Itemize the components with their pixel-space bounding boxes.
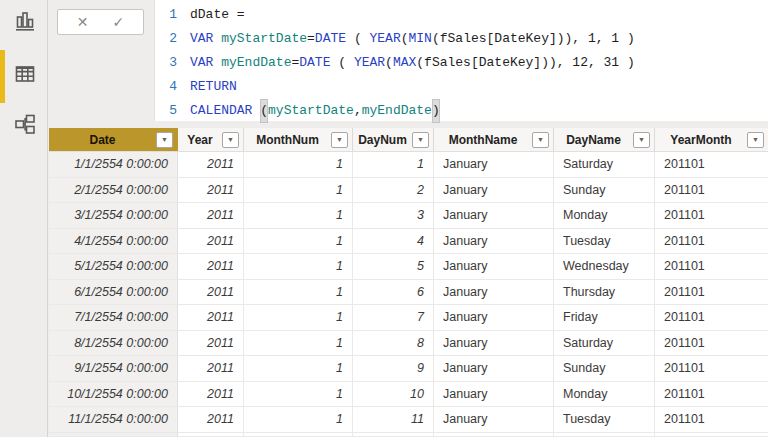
cell-year[interactable]: 2011	[178, 407, 244, 433]
cell-yearmonth[interactable]: 201101	[655, 382, 768, 408]
cell-date[interactable]: 3/1/2554 0:00:00	[49, 203, 178, 229]
cell-monthname[interactable]: January	[434, 254, 554, 280]
data-view-button[interactable]	[12, 62, 38, 88]
cell-daynum[interactable]: 10	[353, 382, 434, 408]
cell-daynum[interactable]: 7	[353, 305, 434, 331]
column-header-monthnum[interactable]: MonthNum▼	[244, 128, 353, 151]
cell-dayname[interactable]: Sunday	[554, 178, 655, 204]
cell-monthnum[interactable]: 1	[244, 407, 353, 433]
cell-dayname[interactable]: Saturday	[554, 152, 655, 178]
cell-yearmonth[interactable]	[655, 433, 768, 437]
column-filter-dropdown-icon[interactable]: ▼	[412, 132, 429, 148]
cell-yearmonth[interactable]: 201101	[655, 305, 768, 331]
cell-dayname[interactable]: Sunday	[554, 356, 655, 382]
column-filter-dropdown-icon[interactable]: ▼	[331, 132, 348, 148]
cell-year[interactable]: 2011	[178, 178, 244, 204]
cell-date[interactable]: 4/1/2554 0:00:00	[49, 229, 178, 255]
cell-year[interactable]: 2011	[178, 382, 244, 408]
commit-formula-button[interactable]: ✓	[113, 15, 125, 29]
cell-yearmonth[interactable]: 201101	[655, 203, 768, 229]
cell-year[interactable]: 2011	[178, 203, 244, 229]
cell-monthname[interactable]: January	[434, 382, 554, 408]
cell-dayname[interactable]	[554, 433, 655, 437]
cell-dayname[interactable]: Monday	[554, 203, 655, 229]
cancel-formula-button[interactable]: ✕	[77, 15, 89, 29]
column-header-daynum[interactable]: DayNum▼	[353, 128, 434, 151]
cell-date[interactable]: 8/1/2554 0:00:00	[49, 331, 178, 357]
cell-monthnum[interactable]: 1	[244, 152, 353, 178]
cell-year[interactable]: 2011	[178, 229, 244, 255]
cell-daynum[interactable]: 1	[353, 152, 434, 178]
cell-daynum[interactable]: 6	[353, 280, 434, 306]
cell-date[interactable]: 6/1/2554 0:00:00	[49, 280, 178, 306]
cell-daynum[interactable]	[353, 433, 434, 437]
cell-year[interactable]: 2011	[178, 280, 244, 306]
cell-year[interactable]: 2011	[178, 254, 244, 280]
cell-yearmonth[interactable]: 201101	[655, 280, 768, 306]
cell-daynum[interactable]: 8	[353, 331, 434, 357]
cell-yearmonth[interactable]: 201101	[655, 356, 768, 382]
cell-date[interactable]: 1/1/2554 0:00:00	[49, 152, 178, 178]
column-header-yearmonth[interactable]: YearMonth▼	[655, 128, 768, 151]
cell-date[interactable]: 7/1/2554 0:00:00	[49, 305, 178, 331]
cell-daynum[interactable]: 11	[353, 407, 434, 433]
cell-monthname[interactable]: January	[434, 280, 554, 306]
cell-monthname[interactable]: January	[434, 178, 554, 204]
cell-year[interactable]: 2011	[178, 356, 244, 382]
cell-yearmonth[interactable]: 201101	[655, 229, 768, 255]
cell-yearmonth[interactable]: 201101	[655, 407, 768, 433]
cell-dayname[interactable]: Saturday	[554, 331, 655, 357]
column-filter-dropdown-icon[interactable]: ▼	[633, 132, 650, 148]
cell-daynum[interactable]: 5	[353, 254, 434, 280]
cell-monthnum[interactable]: 1	[244, 229, 353, 255]
column-filter-dropdown-icon[interactable]: ▼	[747, 132, 764, 148]
cell-dayname[interactable]: Thursday	[554, 280, 655, 306]
cell-dayname[interactable]: Tuesday	[554, 407, 655, 433]
cell-monthnum[interactable]: 1	[244, 382, 353, 408]
cell-dayname[interactable]: Wednesday	[554, 254, 655, 280]
cell-date[interactable]	[49, 433, 178, 437]
cell-monthnum[interactable]: 1	[244, 305, 353, 331]
cell-dayname[interactable]: Friday	[554, 305, 655, 331]
cell-monthname[interactable]: January	[434, 229, 554, 255]
cell-monthnum[interactable]: 1	[244, 254, 353, 280]
cell-date[interactable]: 10/1/2554 0:00:00	[49, 382, 178, 408]
cell-daynum[interactable]: 2	[353, 178, 434, 204]
cell-date[interactable]: 5/1/2554 0:00:00	[49, 254, 178, 280]
cell-date[interactable]: 9/1/2554 0:00:00	[49, 356, 178, 382]
column-filter-dropdown-icon[interactable]: ▼	[532, 132, 549, 148]
model-view-button[interactable]	[12, 112, 38, 138]
column-filter-dropdown-icon[interactable]: ▼	[156, 132, 173, 148]
cell-monthname[interactable]: January	[434, 407, 554, 433]
cell-monthname[interactable]: January	[434, 152, 554, 178]
cell-year[interactable]: 2011	[178, 305, 244, 331]
cell-monthname[interactable]: January	[434, 331, 554, 357]
cell-dayname[interactable]: Tuesday	[554, 229, 655, 255]
cell-dayname[interactable]: Monday	[554, 382, 655, 408]
column-header-dayname[interactable]: DayName▼	[554, 128, 655, 151]
cell-monthnum[interactable]: 1	[244, 203, 353, 229]
cell-yearmonth[interactable]: 201101	[655, 254, 768, 280]
cell-yearmonth[interactable]: 201101	[655, 178, 768, 204]
column-header-monthname[interactable]: MonthName▼	[434, 128, 554, 151]
cell-monthnum[interactable]: 1	[244, 356, 353, 382]
column-header-date[interactable]: Date▼	[49, 128, 178, 151]
cell-year[interactable]: 2011	[178, 152, 244, 178]
cell-monthnum[interactable]	[244, 433, 353, 437]
report-view-button[interactable]	[12, 9, 38, 35]
cell-monthname[interactable]	[434, 433, 554, 437]
cell-date[interactable]: 11/1/2554 0:00:00	[49, 407, 178, 433]
cell-monthname[interactable]: January	[434, 356, 554, 382]
cell-yearmonth[interactable]: 201101	[655, 331, 768, 357]
column-filter-dropdown-icon[interactable]: ▼	[222, 132, 239, 148]
cell-date[interactable]: 2/1/2554 0:00:00	[49, 178, 178, 204]
cell-daynum[interactable]: 3	[353, 203, 434, 229]
dax-code-editor[interactable]: 1dDate =2VAR myStartDate=DATE ( YEAR(MIN…	[154, 0, 768, 121]
cell-monthname[interactable]: January	[434, 305, 554, 331]
cell-daynum[interactable]: 4	[353, 229, 434, 255]
cell-daynum[interactable]: 9	[353, 356, 434, 382]
cell-yearmonth[interactable]: 201101	[655, 152, 768, 178]
cell-monthnum[interactable]: 1	[244, 331, 353, 357]
cell-monthname[interactable]: January	[434, 203, 554, 229]
cell-monthnum[interactable]: 1	[244, 178, 353, 204]
